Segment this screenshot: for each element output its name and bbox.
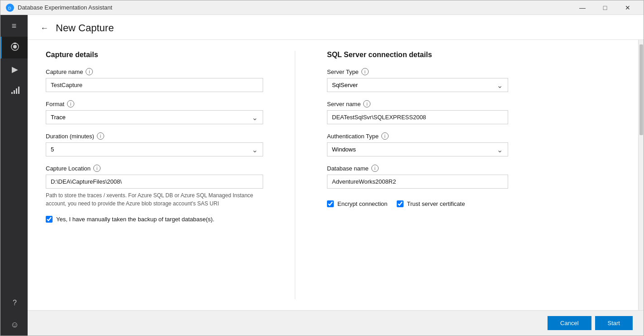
right-column: SQL Server connection details Server Typ… [327, 51, 508, 299]
capture-name-group: Capture name i [46, 68, 263, 92]
backup-checkbox-row: Yes, I have manually taken the backup of… [46, 216, 263, 223]
form-area: Capture details Capture name i [28, 40, 638, 310]
duration-info-icon: i [97, 132, 104, 140]
svg-text:D: D [8, 6, 11, 10]
title-bar-text: Database Experimentation Assistant [18, 4, 572, 11]
minimize-button[interactable]: — [572, 0, 593, 15]
auth-type-select-wrapper: Windows SQL Server Authentication [327, 142, 508, 156]
replay-icon: ▶ [12, 64, 18, 74]
duration-group: Duration (minutes) i 5 10 15 30 60 [46, 132, 263, 156]
server-type-label: Server Type i [327, 68, 508, 75]
database-name-input[interactable] [327, 175, 508, 189]
svg-point-3 [13, 45, 17, 49]
sidebar-item-feedback[interactable]: ☺ [0, 314, 28, 336]
window-controls: — □ ✕ [572, 0, 638, 15]
auth-type-group: Authentication Type i Windows SQL Server… [327, 132, 508, 156]
auth-type-select[interactable]: Windows SQL Server Authentication [327, 142, 508, 156]
sidebar-item-capture[interactable] [0, 37, 28, 58]
sidebar: ≡ ▶ [0, 15, 28, 336]
capture-name-info-icon: i [86, 68, 93, 75]
left-column: Capture details Capture name i [46, 51, 263, 299]
database-name-group: Database name i [327, 165, 508, 189]
encrypt-checkbox-row: Encrypt connection [327, 200, 388, 207]
connection-checkboxes: Encrypt connection Trust server certific… [327, 197, 508, 207]
duration-label: Duration (minutes) i [46, 132, 263, 140]
app-body: ≡ ▶ [0, 15, 644, 336]
duration-select-wrapper: 5 10 15 30 60 [46, 142, 263, 156]
content: ← New Capture Capture details Capture na… [28, 15, 644, 336]
start-button[interactable]: Start [595, 316, 633, 330]
trust-cert-checkbox-label: Trust server certificate [407, 200, 465, 207]
backup-checkbox[interactable] [46, 216, 53, 223]
capture-location-label: Capture Location i [46, 165, 263, 172]
maximize-button[interactable]: □ [595, 0, 615, 15]
format-label: Format i [46, 100, 263, 107]
sidebar-menu-button[interactable]: ≡ [0, 15, 28, 37]
app-icon: D [6, 4, 14, 12]
menu-icon: ≡ [12, 21, 17, 31]
sidebar-item-analysis[interactable] [0, 80, 28, 102]
cancel-button[interactable]: Cancel [548, 316, 591, 330]
server-name-group: Server name i [327, 100, 508, 124]
header-nav: ← New Capture [38, 22, 629, 39]
scroll-thumb[interactable] [639, 44, 643, 135]
format-select[interactable]: Trace XEvents [46, 110, 263, 124]
sidebar-item-help[interactable]: ? [0, 292, 28, 314]
right-section-title: SQL Server connection details [327, 51, 508, 59]
help-icon: ? [13, 299, 17, 307]
title-bar: D Database Experimentation Assistant — □… [0, 0, 644, 15]
encrypt-checkbox[interactable] [327, 200, 334, 207]
close-button[interactable]: ✕ [617, 0, 638, 15]
left-section-title: Capture details [46, 51, 263, 59]
column-divider [295, 51, 295, 299]
header: ← New Capture [28, 15, 644, 40]
svg-rect-8 [18, 87, 19, 94]
database-name-info-icon: i [371, 165, 379, 172]
feedback-icon: ☺ [10, 320, 19, 330]
trust-cert-checkbox[interactable] [397, 200, 404, 207]
scrollbar[interactable] [638, 40, 644, 310]
server-type-group: Server Type i SqlServer Azure SQL DB Azu… [327, 68, 508, 92]
server-type-select-wrapper: SqlServer Azure SQL DB Azure SQL Managed… [327, 78, 508, 92]
sidebar-bottom: ? ☺ [0, 292, 28, 336]
back-button[interactable]: ← [38, 23, 50, 34]
svg-rect-6 [14, 90, 15, 94]
format-select-wrapper: Trace XEvents [46, 110, 263, 124]
footer: Cancel Start [28, 310, 644, 336]
capture-location-group: Capture Location i Path to store the tra… [46, 165, 263, 208]
trust-cert-checkbox-row: Trust server certificate [397, 200, 465, 207]
app-window: D Database Experimentation Assistant — □… [0, 0, 644, 336]
capture-icon [10, 42, 20, 54]
server-name-label: Server name i [327, 100, 508, 107]
database-name-label: Database name i [327, 165, 508, 172]
server-name-input[interactable] [327, 110, 508, 124]
capture-location-input[interactable] [46, 175, 263, 189]
auth-type-label: Authentication Type i [327, 132, 508, 140]
duration-select[interactable]: 5 10 15 30 60 [46, 142, 263, 156]
analysis-icon [10, 86, 19, 97]
svg-rect-4 [14, 43, 16, 44]
server-name-info-icon: i [363, 100, 370, 107]
capture-name-label: Capture name i [46, 68, 263, 75]
format-group: Format i Trace XEvents [46, 100, 263, 124]
server-type-info-icon: i [361, 68, 369, 75]
svg-rect-5 [11, 92, 13, 94]
capture-location-hint: Path to store the traces / xevents. For … [46, 191, 263, 208]
page-title: New Capture [56, 22, 114, 34]
backup-checkbox-label: Yes, I have manually taken the backup of… [56, 216, 214, 223]
sidebar-item-replay[interactable]: ▶ [0, 58, 28, 80]
format-info-icon: i [67, 100, 74, 107]
svg-rect-7 [16, 88, 17, 94]
auth-type-info-icon: i [381, 132, 389, 140]
capture-location-info-icon: i [93, 165, 101, 172]
capture-name-input[interactable] [46, 78, 263, 92]
encrypt-checkbox-label: Encrypt connection [337, 200, 388, 207]
server-type-select[interactable]: SqlServer Azure SQL DB Azure SQL Managed… [327, 78, 508, 92]
